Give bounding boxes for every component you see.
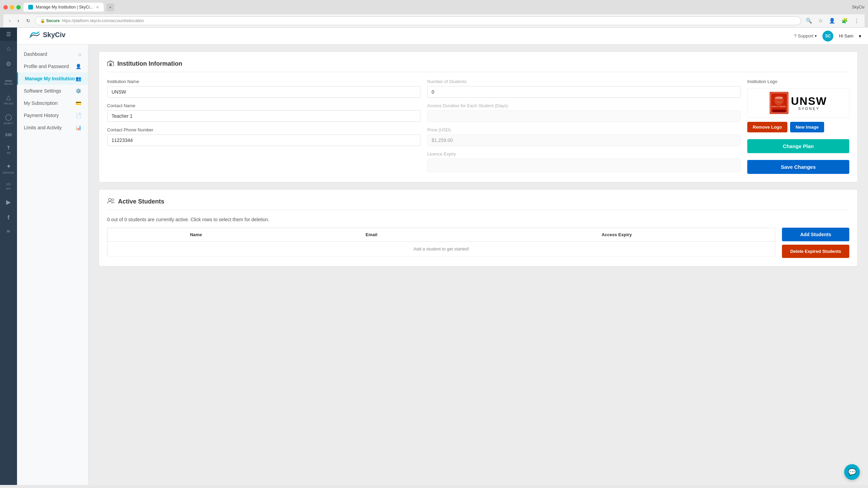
rail-facebook-icon[interactable]: f [0, 210, 17, 225]
institution-form-grid: Institution Name Contact Name Contact Ph… [107, 79, 849, 174]
institution-name-input[interactable] [107, 86, 420, 98]
app-container: ☰ ⌂ ⚙ BEAM △ TRUSS ◯ SHAFT S3D T SB ✦ DE [0, 28, 868, 485]
students-layout: Name Email Access Expiry Add a student t… [107, 228, 849, 258]
content-wrapper: Dashboard ⌂ Profile and Password 👤 Manag… [17, 45, 868, 485]
students-empty-text: Add a student to get started! [107, 242, 775, 257]
rail-api-icon[interactable]: </> API [0, 178, 17, 194]
rail-beam-icon[interactable]: BEAM [0, 72, 17, 90]
new-tab-button[interactable]: + [106, 3, 115, 11]
tab-close-button[interactable]: ✕ [96, 5, 99, 10]
sidebar-item-limits[interactable]: Limits and Activity 📊 [17, 121, 88, 134]
browser-toolbar: Manage My Institution | SkyCi... ✕ + Sky… [3, 3, 865, 12]
save-changes-button[interactable]: Save Changes [747, 160, 849, 174]
extension-icon[interactable]: 🧩 [839, 17, 850, 25]
logo-image: UNSW ✦ ✦ ✦ MANU ET MENTE UNSW SYDNEY [770, 92, 827, 114]
price-label: Price (USD) [427, 127, 740, 132]
back-button[interactable]: ‹ [7, 17, 13, 25]
rail-youtube-icon[interactable]: ▶ [0, 194, 17, 210]
question-icon: ? [794, 33, 797, 38]
access-duration-group: Access Duration for Each Student (Days) [427, 103, 740, 122]
contact-phone-input[interactable] [107, 134, 420, 146]
user-chevron-icon[interactable]: ▾ [859, 33, 861, 39]
forward-button[interactable]: › [15, 17, 21, 25]
chat-icon: 💬 [848, 468, 856, 476]
app-header: SkyCiv ? Support ▾ SC Hi Sam ▾ [17, 28, 868, 45]
minimize-dot[interactable] [10, 5, 14, 10]
support-button[interactable]: ? Support ▾ [794, 33, 817, 38]
user-greeting[interactable]: Hi Sam [839, 33, 853, 38]
support-label: Support [798, 33, 814, 38]
licence-expiry-input[interactable] [427, 159, 740, 172]
students-table: Name Email Access Expiry Add a student t… [107, 228, 775, 257]
rail-truss-icon[interactable]: △ TRUSS [0, 90, 17, 109]
maximize-dot[interactable] [16, 5, 21, 10]
youtube-icon: ▶ [6, 198, 11, 206]
contact-name-label: Contact Name [107, 103, 420, 108]
account-icon[interactable]: 👤 [827, 17, 837, 25]
sidebar-item-dashboard[interactable]: Dashboard ⌂ [17, 48, 88, 60]
software-label: Software Settings [24, 88, 61, 94]
close-dot[interactable] [3, 5, 8, 10]
truss-icon: △ [6, 94, 11, 101]
address-bar[interactable]: 🔒 Secure https://platform.skyciv.com/acc… [35, 16, 801, 25]
svg-rect-1 [110, 63, 112, 66]
shaft-label: SHAFT [4, 122, 14, 125]
sidebar-item-profile[interactable]: Profile and Password 👤 [17, 60, 88, 72]
new-image-button[interactable]: New Image [790, 122, 824, 132]
students-card: Active Students 0 out of 0 students are … [99, 189, 858, 266]
main-area: SkyCiv ? Support ▾ SC Hi Sam ▾ Dashboard… [17, 28, 868, 485]
num-students-group: Number of Students [427, 79, 740, 98]
rail-sb-icon[interactable]: T SB [0, 141, 17, 159]
change-plan-button[interactable]: Change Plan [747, 139, 849, 153]
contact-phone-group: Contact Phone Number [107, 127, 420, 146]
sidebar-item-subscription[interactable]: My Subscription 💳 [17, 97, 88, 109]
col-name: Name [107, 228, 285, 242]
linkedin-icon: in [7, 229, 10, 233]
sidebar-item-institution[interactable]: Manage My Institution 👥 [17, 72, 88, 85]
svg-text:✦ ✦ ✦: ✦ ✦ ✦ [776, 101, 781, 103]
skyciv-logo-icon [29, 31, 40, 39]
students-header-row: Name Email Access Expiry [107, 228, 775, 242]
brand-name: SkyCiv [43, 31, 66, 39]
rail-settings-icon[interactable]: ⚙ [0, 56, 17, 72]
institution-label: Manage My Institution [25, 76, 75, 81]
svg-rect-8 [772, 110, 786, 112]
form-col-left: Institution Name Contact Name Contact Ph… [107, 79, 420, 174]
students-card-header: Active Students [107, 198, 849, 210]
institution-icon: 👥 [76, 76, 81, 81]
contact-name-input[interactable] [107, 110, 420, 122]
institution-card: Institution Information Institution Name… [99, 51, 858, 182]
beam-label: BEAM [4, 82, 13, 85]
remove-logo-button[interactable]: Remove Logo [747, 122, 787, 132]
logo-label: Institution Logo [747, 79, 849, 84]
beam-icon [5, 76, 12, 81]
rail-linkedin-icon[interactable]: in [0, 225, 17, 237]
chat-button[interactable]: 💬 [844, 464, 860, 480]
rail-shaft-icon[interactable]: ◯ SHAFT [0, 109, 17, 129]
rail-home-icon[interactable]: ⌂ [0, 41, 17, 56]
institution-card-header: Institution Information [107, 60, 849, 72]
students-card-icon [107, 198, 115, 206]
hamburger-menu[interactable]: ☰ [6, 31, 11, 37]
access-duration-input[interactable] [427, 110, 740, 122]
price-input[interactable] [427, 134, 740, 146]
chevron-down-icon: ▾ [815, 33, 817, 38]
rail-design-icon[interactable]: ✦ DESIGN [0, 159, 17, 178]
rail-s3d-icon[interactable]: S3D [0, 129, 17, 141]
delete-expired-button[interactable]: Delete Expired Students [782, 245, 849, 258]
search-icon[interactable]: 🔍 [804, 17, 814, 25]
sidebar-item-software[interactable]: Software Settings ⚙️ [17, 85, 88, 97]
refresh-button[interactable]: ↻ [24, 17, 32, 24]
profile-label: Profile and Password [24, 64, 69, 69]
add-students-button[interactable]: Add Students [782, 228, 849, 241]
price-group: Price (USD) [427, 127, 740, 146]
browser-tab[interactable]: Manage My Institution | SkyCi... ✕ [23, 3, 104, 12]
header-right: ? Support ▾ SC Hi Sam ▾ [794, 31, 861, 42]
sidebar-item-payment[interactable]: Payment History 📄 [17, 109, 88, 121]
num-students-input[interactable] [427, 86, 740, 98]
access-duration-label: Access Duration for Each Student (Days) [427, 103, 740, 108]
facebook-icon: f [7, 214, 10, 221]
menu-icon[interactable]: ⋮ [852, 17, 861, 25]
bookmark-icon[interactable]: ☆ [816, 17, 825, 25]
licence-expiry-label: Licence Expiry [427, 151, 740, 157]
